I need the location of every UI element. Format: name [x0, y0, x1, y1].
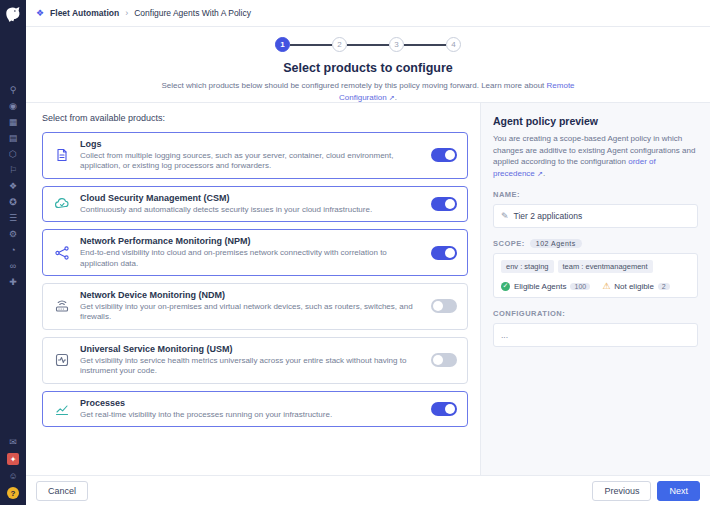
- breadcrumb: ❖ Fleet Automation › Configure Agents Wi…: [26, 0, 710, 27]
- products-section-label: Select from available products:: [42, 113, 468, 123]
- page-subtitle: Select which products below should be co…: [148, 80, 588, 103]
- agents-count-badge: 102 Agents: [530, 239, 582, 248]
- scope-tags: env : staging team : eventmanagement: [501, 260, 690, 273]
- product-card-csm[interactable]: Cloud Security Management (CSM) Continuo…: [42, 186, 468, 222]
- name-label: NAME:: [493, 190, 698, 199]
- subtitle-suffix: .: [395, 93, 397, 102]
- breadcrumb-root[interactable]: Fleet Automation: [50, 8, 119, 18]
- previous-button[interactable]: Previous: [592, 481, 651, 501]
- chat-icon[interactable]: ✉: [6, 437, 20, 447]
- eligible-agents-label: Eligible Agents: [514, 282, 566, 291]
- product-card-processes[interactable]: Processes Get real-time visibility into …: [42, 391, 468, 427]
- scope-label: SCOPE: 102 Agents: [493, 239, 698, 248]
- toggle-knob: [445, 199, 455, 209]
- step-4[interactable]: 4: [446, 37, 461, 52]
- check-circle-icon: ✓: [501, 282, 510, 291]
- wizard-header: 1 2 3 4 Select products to configure Sel…: [26, 28, 710, 102]
- configuration-label: CONFIGURATION:: [493, 309, 698, 318]
- integrations-icon[interactable]: ✚: [6, 277, 20, 287]
- breadcrumb-current: Configure Agents With A Policy: [134, 8, 251, 18]
- edit-icon: ✎: [501, 211, 509, 221]
- logs-icon: [53, 147, 71, 163]
- processes-toggle[interactable]: [431, 402, 457, 416]
- scope-tag: env : staging: [501, 260, 554, 273]
- cancel-button[interactable]: Cancel: [36, 481, 88, 501]
- policy-name-field[interactable]: ✎ Tier 2 applications: [493, 204, 698, 228]
- csm-toggle[interactable]: [431, 197, 457, 211]
- subtitle-text: Select which products below should be co…: [161, 81, 544, 90]
- step-2[interactable]: 2: [332, 37, 347, 52]
- next-button[interactable]: Next: [657, 481, 700, 501]
- step-1[interactable]: 1: [275, 37, 290, 52]
- ndm-toggle[interactable]: [431, 299, 457, 313]
- people-icon[interactable]: ☺: [6, 471, 20, 481]
- security-icon[interactable]: ✪: [6, 197, 20, 207]
- main-content: Select from available products: Logs Col…: [26, 102, 710, 475]
- toggle-knob: [445, 150, 455, 160]
- not-eligible-label: Not eligible: [614, 282, 654, 291]
- warning-icon: ⚠: [602, 281, 610, 291]
- rum-icon[interactable]: ◔: [6, 245, 20, 255]
- logs-nav-icon[interactable]: ☰: [6, 213, 20, 223]
- apm-icon[interactable]: ❖: [6, 181, 20, 191]
- network-device-icon: [53, 298, 71, 314]
- product-name: Universal Service Monitoring (USM): [80, 344, 422, 354]
- product-card-logs[interactable]: Logs Collect from multiple logging sourc…: [42, 132, 468, 179]
- product-description: Get visibility into service health metri…: [80, 356, 422, 377]
- monitors-icon[interactable]: ⚐: [6, 165, 20, 175]
- universal-service-icon: [53, 352, 71, 368]
- product-name: Cloud Security Management (CSM): [80, 193, 422, 203]
- app-sidebar: ⚲ ◉ ▦ ▤ ⬡ ⚐ ❖ ✪ ☰ ⚙ ◔ ∞ ✚ ✉ ✦ ☺ ?: [0, 0, 26, 505]
- product-name: Network Performance Monitoring (NPM): [80, 236, 422, 246]
- product-card-ndm[interactable]: Network Device Monitoring (NDM) Get visi…: [42, 283, 468, 330]
- product-description: Get visibility into your on-premises and…: [80, 302, 422, 323]
- processes-icon: [53, 401, 71, 417]
- usm-toggle[interactable]: [431, 353, 457, 367]
- eligibility-row: ✓ Eligible Agents 100 ⚠ Not eligible 2: [501, 281, 690, 291]
- product-description: Continuously and automatically detects s…: [80, 205, 422, 215]
- product-description: End-to-end visibility into cloud and on-…: [80, 248, 422, 269]
- infrastructure-icon[interactable]: ⬡: [6, 149, 20, 159]
- scope-tag: team : eventmanagement: [558, 260, 653, 273]
- toggle-knob: [433, 355, 443, 365]
- product-name: Processes: [80, 398, 422, 408]
- synthetics-icon[interactable]: ⚙: [6, 229, 20, 239]
- scope-box: env : staging team : eventmanagement ✓ E…: [493, 253, 698, 298]
- sidebar-bottom: ✉ ✦ ☺ ?: [6, 437, 20, 499]
- product-card-npm[interactable]: Network Performance Monitoring (NPM) End…: [42, 229, 468, 276]
- not-eligible-count: 2: [658, 283, 670, 290]
- watchdog-icon[interactable]: ◉: [6, 101, 20, 111]
- breadcrumb-separator-icon: ›: [125, 8, 128, 18]
- step-connector: [404, 44, 446, 46]
- network-performance-icon: [53, 245, 71, 261]
- product-name: Network Device Monitoring (NDM): [80, 290, 422, 300]
- sidebar-nav: ⚲ ◉ ▦ ▤ ⬡ ⚐ ❖ ✪ ☰ ⚙ ◔ ∞ ✚: [6, 85, 20, 287]
- step-3[interactable]: 3: [389, 37, 404, 52]
- cloud-security-icon: [53, 196, 71, 212]
- product-description: Collect from multiple logging sources, s…: [80, 151, 422, 172]
- product-name: Logs: [80, 139, 422, 149]
- dashboards-icon[interactable]: ▦: [6, 117, 20, 127]
- fleet-automation-icon: ❖: [36, 8, 44, 18]
- product-description: Get real-time visibility into the proces…: [80, 410, 422, 420]
- step-connector: [347, 44, 389, 46]
- npm-toggle[interactable]: [431, 246, 457, 260]
- page-title: Select products to configure: [26, 61, 710, 75]
- ci-icon[interactable]: ∞: [6, 261, 20, 271]
- toggle-knob: [445, 248, 455, 258]
- toggle-knob: [445, 404, 455, 414]
- logs-toggle[interactable]: [431, 148, 457, 162]
- policy-name-value: Tier 2 applications: [514, 211, 583, 221]
- toggle-knob: [433, 301, 443, 311]
- scope-label-text: SCOPE:: [493, 239, 525, 248]
- product-card-usm[interactable]: Universal Service Monitoring (USM) Get v…: [42, 337, 468, 384]
- wizard-footer: Cancel Previous Next: [26, 475, 710, 505]
- search-icon[interactable]: ⚲: [6, 85, 20, 95]
- datadog-logo-icon[interactable]: [4, 5, 22, 23]
- products-pane: Select from available products: Logs Col…: [26, 103, 480, 475]
- notebooks-icon[interactable]: ▤: [6, 133, 20, 143]
- configuration-box: ...: [493, 323, 698, 347]
- help-icon[interactable]: ?: [7, 487, 19, 499]
- whats-new-icon[interactable]: ✦: [7, 453, 19, 465]
- preview-title: Agent policy preview: [493, 115, 698, 127]
